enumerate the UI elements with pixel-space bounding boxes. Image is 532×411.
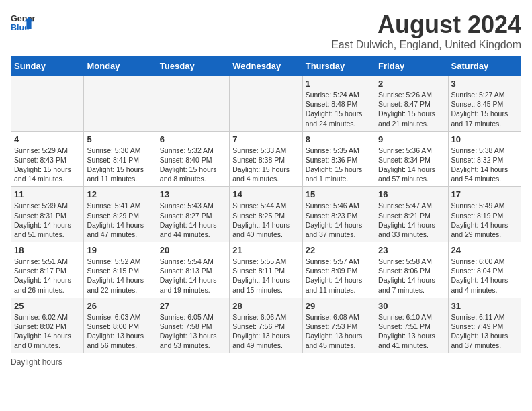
day-info: Sunrise: 6:05 AMSunset: 7:58 PMDaylight:… [160, 312, 226, 351]
day-info: Sunrise: 5:49 AMSunset: 8:19 PMDaylight:… [451, 201, 518, 239]
day-number: 31 [451, 301, 518, 311]
title-area: August 2024 East Dulwich, England, Unite… [331, 11, 521, 51]
day-info: Sunrise: 5:47 AMSunset: 8:21 PMDaylight:… [378, 201, 445, 239]
calendar-cell: 19Sunrise: 5:52 AMSunset: 8:15 PMDayligh… [84, 242, 157, 298]
day-number: 29 [306, 301, 372, 311]
calendar-header: SundayMondayTuesdayWednesdayThursdayFrid… [11, 57, 521, 76]
day-info: Sunrise: 5:46 AMSunset: 8:23 PMDaylight:… [306, 201, 372, 239]
day-number: 18 [14, 245, 81, 255]
calendar-cell: 13Sunrise: 5:43 AMSunset: 8:27 PMDayligh… [157, 187, 229, 242]
day-number: 5 [87, 134, 153, 144]
day-number: 19 [87, 245, 153, 255]
day-number: 26 [87, 301, 153, 311]
day-number: 30 [378, 301, 445, 311]
calendar-cell: 24Sunrise: 6:00 AMSunset: 8:04 PMDayligh… [448, 242, 521, 298]
day-number: 3 [451, 79, 518, 89]
day-info: Sunrise: 5:51 AMSunset: 8:17 PMDaylight:… [14, 257, 81, 295]
day-info: Sunrise: 5:27 AMSunset: 8:45 PMDaylight:… [451, 90, 518, 128]
day-info: Sunrise: 5:36 AMSunset: 8:34 PMDaylight:… [378, 146, 445, 184]
location-title: East Dulwich, England, United Kingdom [331, 39, 521, 51]
calendar-cell: 16Sunrise: 5:47 AMSunset: 8:21 PMDayligh… [375, 187, 448, 242]
day-info: Sunrise: 6:00 AMSunset: 8:04 PMDaylight:… [451, 257, 518, 295]
svg-text:Blue: Blue [11, 23, 29, 32]
calendar-cell: 20Sunrise: 5:54 AMSunset: 8:13 PMDayligh… [157, 242, 229, 298]
month-title: August 2024 [331, 11, 521, 39]
calendar-cell: 11Sunrise: 5:39 AMSunset: 8:31 PMDayligh… [11, 187, 84, 242]
day-number: 4 [14, 134, 81, 144]
daylight-hours-label: Daylight hours [11, 357, 62, 367]
dow-friday: Friday [375, 57, 448, 76]
header: General Blue August 2024 East Dulwich, E… [11, 11, 521, 51]
dow-saturday: Saturday [448, 57, 521, 76]
day-number: 2 [378, 79, 445, 89]
calendar-cell: 26Sunrise: 6:03 AMSunset: 8:00 PMDayligh… [84, 298, 157, 353]
day-number: 7 [232, 134, 299, 144]
calendar-cell: 17Sunrise: 5:49 AMSunset: 8:19 PMDayligh… [448, 187, 521, 242]
calendar-cell: 22Sunrise: 5:57 AMSunset: 8:09 PMDayligh… [302, 242, 375, 298]
day-info: Sunrise: 5:39 AMSunset: 8:31 PMDaylight:… [14, 201, 81, 239]
calendar-table: SundayMondayTuesdayWednesdayThursdayFrid… [11, 56, 521, 353]
calendar-cell: 25Sunrise: 6:02 AMSunset: 8:02 PMDayligh… [11, 298, 84, 353]
day-number: 9 [378, 134, 445, 144]
day-number: 15 [306, 189, 372, 199]
day-info: Sunrise: 5:33 AMSunset: 8:38 PMDaylight:… [232, 146, 299, 184]
day-number: 27 [160, 301, 226, 311]
day-number: 20 [160, 245, 226, 255]
day-number: 16 [378, 189, 445, 199]
day-number: 17 [451, 189, 518, 199]
day-number: 14 [232, 189, 299, 199]
day-number: 23 [378, 245, 445, 255]
calendar-cell [230, 76, 302, 132]
calendar-cell [157, 76, 229, 132]
day-info: Sunrise: 5:43 AMSunset: 8:27 PMDaylight:… [160, 201, 226, 239]
day-number: 22 [306, 245, 372, 255]
calendar-cell: 9Sunrise: 5:36 AMSunset: 8:34 PMDaylight… [375, 131, 448, 187]
day-number: 11 [14, 189, 81, 199]
day-info: Sunrise: 5:24 AMSunset: 8:48 PMDaylight:… [306, 90, 372, 128]
day-info: Sunrise: 5:32 AMSunset: 8:40 PMDaylight:… [160, 146, 226, 184]
logo: General Blue [11, 11, 35, 35]
calendar-cell: 4Sunrise: 5:29 AMSunset: 8:43 PMDaylight… [11, 131, 84, 187]
calendar-cell: 30Sunrise: 6:10 AMSunset: 7:51 PMDayligh… [375, 298, 448, 353]
day-info: Sunrise: 5:26 AMSunset: 8:47 PMDaylight:… [378, 90, 445, 128]
calendar-cell: 27Sunrise: 6:05 AMSunset: 7:58 PMDayligh… [157, 298, 229, 353]
day-number: 21 [232, 245, 299, 255]
day-info: Sunrise: 5:35 AMSunset: 8:36 PMDaylight:… [306, 146, 372, 184]
day-number: 25 [14, 301, 81, 311]
calendar-cell: 21Sunrise: 5:55 AMSunset: 8:11 PMDayligh… [230, 242, 302, 298]
dow-sunday: Sunday [11, 57, 84, 76]
calendar-cell [11, 76, 84, 132]
day-info: Sunrise: 5:29 AMSunset: 8:43 PMDaylight:… [14, 146, 81, 184]
calendar-cell: 8Sunrise: 5:35 AMSunset: 8:36 PMDaylight… [302, 131, 375, 187]
dow-thursday: Thursday [302, 57, 375, 76]
day-info: Sunrise: 5:44 AMSunset: 8:25 PMDaylight:… [232, 201, 299, 239]
day-number: 6 [160, 134, 226, 144]
day-info: Sunrise: 6:02 AMSunset: 8:02 PMDaylight:… [14, 312, 81, 351]
day-info: Sunrise: 6:11 AMSunset: 7:49 PMDaylight:… [451, 312, 518, 351]
calendar-cell: 15Sunrise: 5:46 AMSunset: 8:23 PMDayligh… [302, 187, 375, 242]
day-info: Sunrise: 6:08 AMSunset: 7:53 PMDaylight:… [306, 312, 372, 351]
day-number: 10 [451, 134, 518, 144]
day-info: Sunrise: 6:03 AMSunset: 8:00 PMDaylight:… [87, 312, 153, 351]
day-info: Sunrise: 5:58 AMSunset: 8:06 PMDaylight:… [378, 257, 445, 295]
calendar-cell: 31Sunrise: 6:11 AMSunset: 7:49 PMDayligh… [448, 298, 521, 353]
day-number: 28 [232, 301, 299, 311]
calendar-cell [84, 76, 157, 132]
day-number: 12 [87, 189, 153, 199]
calendar-cell: 23Sunrise: 5:58 AMSunset: 8:06 PMDayligh… [375, 242, 448, 298]
day-info: Sunrise: 5:30 AMSunset: 8:41 PMDaylight:… [87, 146, 153, 184]
calendar-cell: 10Sunrise: 5:38 AMSunset: 8:32 PMDayligh… [448, 131, 521, 187]
dow-tuesday: Tuesday [157, 57, 229, 76]
calendar-cell: 14Sunrise: 5:44 AMSunset: 8:25 PMDayligh… [230, 187, 302, 242]
dow-wednesday: Wednesday [230, 57, 302, 76]
calendar-cell: 28Sunrise: 6:06 AMSunset: 7:56 PMDayligh… [230, 298, 302, 353]
calendar-cell: 12Sunrise: 5:41 AMSunset: 8:29 PMDayligh… [84, 187, 157, 242]
day-info: Sunrise: 5:57 AMSunset: 8:09 PMDaylight:… [306, 257, 372, 295]
calendar-cell: 7Sunrise: 5:33 AMSunset: 8:38 PMDaylight… [230, 131, 302, 187]
logo-icon: General Blue [11, 11, 35, 35]
day-info: Sunrise: 5:38 AMSunset: 8:32 PMDaylight:… [451, 146, 518, 184]
day-info: Sunrise: 5:54 AMSunset: 8:13 PMDaylight:… [160, 257, 226, 295]
calendar-cell: 18Sunrise: 5:51 AMSunset: 8:17 PMDayligh… [11, 242, 84, 298]
day-info: Sunrise: 5:55 AMSunset: 8:11 PMDaylight:… [232, 257, 299, 295]
day-info: Sunrise: 6:10 AMSunset: 7:51 PMDaylight:… [378, 312, 445, 351]
